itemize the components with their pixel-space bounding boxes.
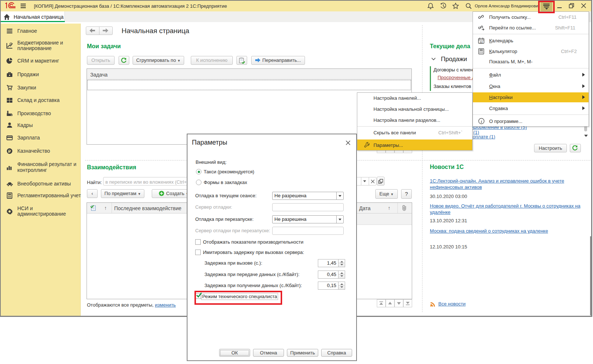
- svg-text:22: 22: [480, 40, 483, 44]
- svg-text:Р: Р: [8, 149, 11, 153]
- svg-text:i: i: [481, 119, 482, 124]
